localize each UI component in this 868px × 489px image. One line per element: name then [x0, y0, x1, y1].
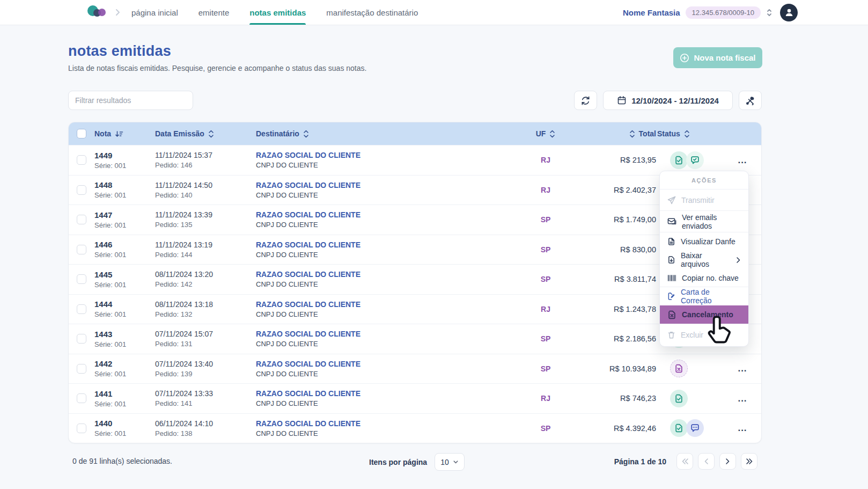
client-name-link[interactable]: RAZAO SOCIAL DO CLIENTE: [256, 360, 508, 368]
last-page-button[interactable]: [741, 453, 757, 470]
column-header-total[interactable]: Total: [583, 129, 657, 138]
row-checkbox[interactable]: [77, 424, 86, 433]
table-header-row: NotaData EmissãoDestinatárioUFTotalStatu…: [69, 122, 761, 145]
menu-item-visualizar-danfe[interactable]: Visualizar Danfe: [660, 232, 748, 251]
menu-item-carta-de-corre-o[interactable]: Carta de Correção: [660, 287, 748, 305]
select-all-checkbox[interactable]: [77, 129, 86, 138]
client-cnpj: CNPJ DO CLIENTE: [256, 191, 508, 199]
company-name[interactable]: Nome Fantasia: [623, 8, 680, 17]
row-checkbox[interactable]: [77, 185, 86, 195]
sort-toggle-icon[interactable]: [684, 130, 690, 138]
sort-desc-icon[interactable]: [115, 130, 123, 137]
row-checkbox-cell: [69, 304, 94, 314]
menu-item-label: Baixar arquivos: [681, 251, 731, 268]
nota-serie: Série: 001: [94, 162, 155, 170]
tab-notas-emitidas[interactable]: notas emitidas: [249, 0, 306, 25]
total-value: R$ 1.749,00: [583, 215, 657, 224]
filter-input[interactable]: [68, 91, 193, 110]
nota-cell: 1443 Série: 001: [94, 330, 155, 348]
client-cnpj: CNPJ DO CLIENTE: [256, 310, 508, 318]
emission-datetime: 07/11/2024 13:40: [155, 360, 256, 368]
page-title: notas emitidas: [68, 43, 171, 60]
pedido-number: Pedido: 135: [155, 221, 256, 229]
items-per-page-select[interactable]: 10: [435, 453, 465, 471]
client-name-link[interactable]: RAZAO SOCIAL DO CLIENTE: [256, 270, 508, 279]
uf-value: SP: [508, 275, 583, 283]
client-cnpj: CNPJ DO CLIENTE: [256, 221, 508, 229]
person-icon: [784, 7, 795, 18]
status-doc-check-icon[interactable]: [670, 151, 688, 169]
user-avatar[interactable]: [780, 4, 798, 21]
row-checkbox[interactable]: [77, 245, 86, 254]
sort-toggle-icon[interactable]: [303, 130, 309, 138]
menu-item-ver-emails-enviados[interactable]: Ver emails enviados: [660, 211, 748, 232]
status-doc-check-icon[interactable]: [670, 419, 688, 437]
sort-toggle-icon[interactable]: [549, 130, 555, 138]
column-header-destinatário[interactable]: Destinatário: [256, 129, 508, 138]
status-doc-check-icon[interactable]: [670, 390, 688, 407]
tab-página-inicial[interactable]: página inicial: [131, 0, 178, 25]
first-page-button: [676, 453, 693, 470]
client-name-link[interactable]: RAZAO SOCIAL DO CLIENTE: [256, 419, 508, 428]
row-checkbox[interactable]: [77, 364, 86, 374]
column-header-nota[interactable]: Nota: [94, 129, 155, 138]
client-name-link[interactable]: RAZAO SOCIAL DO CLIENTE: [256, 330, 508, 338]
previous-page-button: [698, 453, 715, 470]
total-value: R$ 2.186,56: [583, 334, 657, 343]
client-name-link[interactable]: RAZAO SOCIAL DO CLIENTE: [256, 300, 508, 309]
column-header-data-emissão[interactable]: Data Emissão: [155, 129, 256, 138]
status-cell: [657, 151, 732, 169]
invoices-table: NotaData EmissãoDestinatárioUFTotalStatu…: [68, 122, 762, 443]
menu-item-label: Excluir: [681, 331, 703, 339]
column-header-uf[interactable]: UF: [508, 129, 583, 138]
row-checkbox[interactable]: [77, 393, 86, 403]
client-name-link[interactable]: RAZAO SOCIAL DO CLIENTE: [256, 181, 508, 189]
client-name-link[interactable]: RAZAO SOCIAL DO CLIENTE: [256, 210, 508, 219]
nota-serie: Série: 001: [94, 429, 155, 437]
row-checkbox[interactable]: [77, 334, 86, 344]
uf-value: SP: [508, 215, 583, 224]
nota-number: 1446: [94, 240, 155, 249]
new-invoice-button[interactable]: Nova nota fiscal: [673, 47, 762, 68]
client-cnpj: CNPJ DO CLIENTE: [256, 429, 508, 437]
refresh-button[interactable]: [574, 91, 597, 110]
client-name-link[interactable]: RAZAO SOCIAL DO CLIENTE: [256, 240, 508, 249]
status-chat-check-icon[interactable]: [686, 151, 704, 169]
column-label: UF: [536, 129, 546, 138]
date-range-button[interactable]: 12/10/2024 - 12/11/2024: [603, 91, 733, 110]
row-actions-cell: ...: [732, 152, 762, 168]
sort-toggle-icon[interactable]: [629, 130, 635, 138]
sort-toggle-icon[interactable]: [208, 130, 214, 138]
company-switcher-icon[interactable]: [766, 8, 773, 17]
date-range-label: 12/10/2024 - 12/11/2024: [631, 96, 719, 105]
data-emissao-cell: 07/11/2024 13:33 Pedido: 141: [155, 389, 256, 407]
tools-button[interactable]: [739, 91, 762, 110]
client-name-link[interactable]: RAZAO SOCIAL DO CLIENTE: [256, 151, 508, 159]
total-value: R$ 2.402,37: [583, 186, 657, 194]
menu-item-baixar-arquivos[interactable]: Baixar arquivos: [660, 251, 748, 269]
row-checkbox[interactable]: [77, 274, 86, 284]
row-checkbox[interactable]: [77, 304, 86, 314]
app-logo[interactable]: [87, 4, 106, 21]
row-checkbox[interactable]: [77, 215, 86, 224]
menu-item-label: Transmitir: [681, 196, 715, 205]
row-menu-button[interactable]: ...: [735, 152, 749, 168]
menu-item-cancelamento[interactable]: Cancelamento: [660, 305, 748, 324]
next-page-button[interactable]: [719, 453, 736, 470]
tab-manifestação-destinatário[interactable]: manifestação destinatário: [326, 0, 418, 25]
column-header-status[interactable]: Status: [657, 129, 732, 138]
row-checkbox[interactable]: [77, 155, 86, 165]
tab-emitente[interactable]: emitente: [198, 0, 230, 25]
status-doc-x-icon[interactable]: [670, 360, 688, 377]
row-menu-button[interactable]: ...: [735, 391, 749, 406]
row-menu-button[interactable]: ...: [735, 420, 749, 436]
destinatario-cell: RAZAO SOCIAL DO CLIENTE CNPJ DO CLIENTE: [256, 270, 508, 288]
status-chat-dots-icon[interactable]: [686, 419, 704, 437]
row-menu-button[interactable]: ...: [735, 361, 749, 376]
company-cnpj-badge[interactable]: 12.345.678/0009-10: [686, 6, 761, 19]
menu-item-copiar-no-chave[interactable]: Copiar no. chave: [660, 269, 748, 287]
pedido-number: Pedido: 131: [155, 340, 256, 348]
client-name-link[interactable]: RAZAO SOCIAL DO CLIENTE: [256, 389, 508, 398]
nota-cell: 1449 Série: 001: [94, 151, 155, 170]
nota-cell: 1441 Série: 001: [94, 389, 155, 408]
